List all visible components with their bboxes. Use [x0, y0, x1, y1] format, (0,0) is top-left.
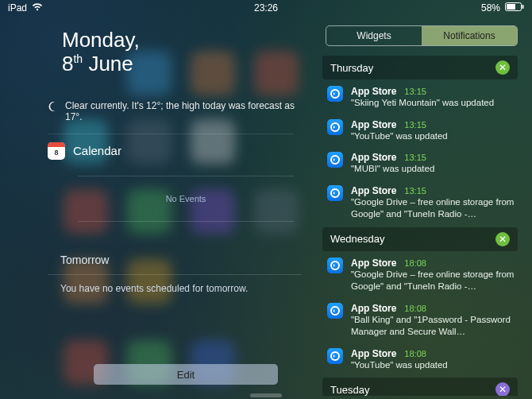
day-header-tuesday[interactable]: Tuesday ✕ — [322, 378, 518, 396]
notification-text: "Google Drive – free online storage from… — [351, 269, 516, 293]
tab-notifications[interactable]: Notifications — [422, 26, 517, 45]
calendar-icon: 8 — [48, 142, 65, 160]
day-header-label: Wednesday — [330, 233, 384, 245]
notification-center: Widgets Notifications Thursday ✕ App Sto… — [318, 16, 532, 399]
weather-summary: Clear currently. It's 12°; the high toda… — [0, 84, 318, 129]
notification-text: "MUBI" was updated — [351, 163, 516, 176]
today-ordinal: th — [73, 52, 83, 65]
weather-text: Clear currently. It's 12°; the high toda… — [65, 100, 303, 122]
today-month: June — [88, 52, 133, 76]
notification-item[interactable]: App Store 18:08 "YouTube" was updated — [318, 343, 526, 377]
notification-text: "Google Drive – free online storage from… — [351, 196, 516, 221]
notification-text: "Ball King" and "1Password - Password Ma… — [351, 314, 516, 339]
app-store-icon — [327, 303, 343, 319]
calendar-events: No Events — [78, 176, 294, 222]
notification-item[interactable]: App Store 18:08 "Google Drive – free onl… — [318, 253, 526, 298]
svg-rect-2 — [522, 5, 524, 9]
segmented-control[interactable]: Widgets Notifications — [326, 25, 518, 46]
notification-item[interactable]: App Store 13:15 "Skiing Yeti Mountain" w… — [318, 81, 526, 114]
notification-item[interactable]: App Store 13:15 "Google Drive – free onl… — [318, 180, 526, 226]
day-header-label: Tuesday — [330, 384, 369, 396]
today-day: 8 — [62, 52, 73, 76]
clear-day-button[interactable]: ✕ — [495, 232, 510, 246]
notification-time: 13:15 — [404, 120, 426, 130]
calendar-label: Calendar — [73, 144, 121, 157]
notification-time: 18:08 — [404, 304, 426, 313]
notification-text: "YouTube" was updated — [351, 359, 516, 372]
notifications-list[interactable]: Thursday ✕ App Store 13:15 "Skiing Yeti … — [318, 54, 532, 396]
notification-time: 13:15 — [404, 186, 426, 196]
app-store-icon — [327, 86, 343, 102]
svg-rect-1 — [507, 4, 515, 10]
grabber-handle[interactable] — [250, 393, 282, 397]
notification-item[interactable]: App Store 13:15 "YouTube" was updated — [318, 114, 526, 148]
status-bar: iPad 23:26 58% — [0, 0, 532, 16]
today-view: Monday, 8th June Clear currently. It's 1… — [0, 16, 318, 399]
clear-day-button[interactable]: ✕ — [495, 382, 510, 396]
clear-day-button[interactable]: ✕ — [495, 60, 510, 75]
device-label: iPad — [8, 2, 27, 14]
notification-item[interactable]: App Store 13:15 "MUBI" was updated — [318, 147, 526, 180]
notification-app: App Store — [351, 119, 396, 130]
app-store-icon — [327, 348, 343, 364]
moon-icon — [48, 101, 59, 112]
notification-app: App Store — [351, 348, 396, 359]
notification-app: App Store — [351, 303, 396, 314]
tomorrow-text: You have no events scheduled for tomorro… — [60, 283, 318, 294]
notification-app: App Store — [351, 152, 396, 163]
notification-app: App Store — [351, 258, 396, 269]
battery-icon — [505, 2, 524, 14]
notification-time: 18:08 — [404, 258, 426, 268]
app-store-icon — [327, 258, 343, 273]
today-weekday: Monday, — [62, 29, 318, 52]
notification-item[interactable]: App Store 18:08 "Ball King" and "1Passwo… — [318, 298, 526, 343]
tomorrow-label: Tomorrow — [60, 254, 318, 266]
day-header-label: Thursday — [330, 62, 373, 74]
battery-text: 58% — [481, 2, 500, 14]
calendar-widget-header[interactable]: 8 Calendar — [0, 134, 318, 168]
today-date: Monday, 8th June — [0, 25, 318, 84]
notification-app: App Store — [351, 86, 396, 97]
notification-time: 13:15 — [404, 87, 426, 96]
edit-button[interactable]: Edit — [94, 364, 278, 385]
notification-text: "Skiing Yeti Mountain" was updated — [351, 97, 516, 110]
app-store-icon — [327, 185, 343, 201]
notification-time: 18:08 — [404, 349, 426, 358]
wifi-icon — [32, 2, 43, 14]
day-header-thursday[interactable]: Thursday ✕ — [322, 56, 518, 79]
notification-app: App Store — [351, 185, 396, 196]
notification-text: "YouTube" was updated — [351, 130, 516, 143]
notification-time: 13:15 — [404, 153, 426, 162]
app-store-icon — [327, 152, 343, 168]
no-events-text: No Events — [78, 176, 294, 221]
app-store-icon — [327, 119, 343, 135]
day-header-wednesday[interactable]: Wednesday ✕ — [322, 227, 518, 251]
tomorrow-section: Tomorrow You have no events scheduled fo… — [0, 222, 318, 294]
status-time: 23:26 — [254, 2, 278, 14]
tab-widgets[interactable]: Widgets — [326, 26, 422, 45]
